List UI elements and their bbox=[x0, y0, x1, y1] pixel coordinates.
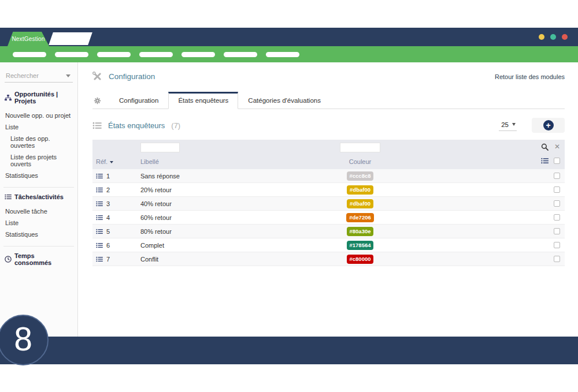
row-label: Sans réponse bbox=[140, 169, 180, 182]
row-checkbox[interactable] bbox=[554, 214, 560, 221]
row-ref: 7 bbox=[106, 256, 110, 263]
back-to-modules-link[interactable]: Retour liste des modules bbox=[495, 73, 565, 80]
row-label: 60% retour bbox=[140, 211, 172, 224]
yellow-traffic-dot[interactable] bbox=[539, 34, 544, 40]
sidebar-item-liste-taches[interactable]: Liste bbox=[5, 217, 73, 229]
row-ref: 1 bbox=[106, 173, 110, 180]
main-nav-bar bbox=[0, 46, 578, 62]
table-body: 1 Sans réponse #ccc8c8 2 20% retour #dba… bbox=[92, 169, 565, 266]
table-row[interactable]: 3 40% retour #dbaf00 bbox=[92, 197, 565, 211]
sidebar-item-statistiques-taches[interactable]: Statistiques bbox=[5, 229, 73, 240]
row-label: 20% retour bbox=[140, 183, 172, 196]
filter-libelle-input[interactable] bbox=[140, 143, 180, 152]
table-row[interactable]: 7 Conflit #c80000 bbox=[92, 252, 565, 266]
column-header-couleur[interactable]: Couleur bbox=[340, 158, 380, 165]
row-list-icon bbox=[96, 242, 103, 248]
row-ref: 2 bbox=[106, 186, 110, 193]
sidebar-section-temps: Temps consommés bbox=[5, 252, 73, 266]
app-window: NextGestion Rechercher Oppor bbox=[0, 28, 578, 364]
sidebar-item-liste-opp-ouvertes[interactable]: Liste des opp. ouvertes bbox=[5, 133, 73, 151]
select-all-checkbox[interactable] bbox=[554, 158, 560, 164]
sitemap-icon bbox=[5, 95, 12, 101]
sidebar-divider bbox=[3, 246, 74, 247]
row-list-icon bbox=[96, 173, 103, 179]
color-badge: #178564 bbox=[347, 241, 374, 250]
nav-pill[interactable] bbox=[97, 52, 131, 57]
brand-label: NextGestion bbox=[12, 36, 45, 42]
column-header-libelle[interactable]: Libellé bbox=[140, 158, 159, 165]
brand-tab[interactable]: NextGestion bbox=[8, 32, 49, 46]
sidebar-item-liste-projets-ouverts[interactable]: Liste des projets ouverts bbox=[5, 151, 73, 170]
row-checkbox[interactable] bbox=[554, 173, 560, 179]
row-ref: 5 bbox=[106, 228, 110, 235]
column-header-ref[interactable]: Réf. bbox=[96, 158, 113, 165]
green-traffic-dot[interactable] bbox=[550, 34, 556, 40]
row-ref: 6 bbox=[106, 242, 110, 249]
list-icon bbox=[5, 194, 12, 200]
color-badge: #dbaf00 bbox=[347, 185, 373, 195]
row-checkbox[interactable] bbox=[554, 228, 560, 234]
sidebar-item-nouvelle-opp[interactable]: Nouvelle opp. ou projet bbox=[5, 110, 73, 121]
row-checkbox[interactable] bbox=[554, 186, 560, 193]
sidebar: Rechercher Opportunités | Projets Nouvel… bbox=[0, 62, 78, 337]
sidebar-header-opportunites[interactable]: Opportunités | Projets bbox=[5, 91, 73, 104]
nav-pill[interactable] bbox=[55, 52, 88, 57]
row-list-icon bbox=[96, 201, 103, 207]
nav-pill[interactable] bbox=[224, 52, 257, 57]
sidebar-item-statistiques-opp[interactable]: Statistiques bbox=[5, 170, 73, 181]
page-size-value: 25 bbox=[501, 121, 509, 128]
search-placeholder: Rechercher bbox=[6, 72, 39, 79]
add-button[interactable]: + bbox=[532, 118, 565, 133]
plus-icon: + bbox=[543, 120, 554, 130]
sidebar-divider bbox=[3, 187, 74, 188]
nav-pill[interactable] bbox=[266, 52, 299, 57]
main-content: Configuration Retour liste des modules C… bbox=[78, 62, 578, 337]
tab-etats-enqueteurs[interactable]: États enquêteurs bbox=[168, 92, 238, 109]
table-row[interactable]: 5 80% retour #80a30e bbox=[92, 225, 565, 238]
table-row[interactable]: 6 Complet #178564 bbox=[92, 238, 565, 252]
table-row[interactable]: 4 60% retour #de7206 bbox=[92, 211, 565, 225]
close-icon[interactable]: ✕ bbox=[554, 143, 560, 151]
chevron-down-icon bbox=[512, 123, 516, 126]
tab-categories-evaluations[interactable]: Catégories d'évaluations bbox=[238, 92, 331, 109]
red-traffic-dot[interactable] bbox=[562, 34, 568, 40]
row-list-icon bbox=[96, 215, 103, 221]
etats-table: ✕ Réf. Libellé Couleur bbox=[92, 140, 565, 266]
color-badge: #c80000 bbox=[347, 255, 374, 264]
sidebar-header-taches[interactable]: Tâches/activités bbox=[5, 193, 73, 200]
page-size-select[interactable]: 25 bbox=[499, 120, 517, 131]
sidebar-header-temps[interactable]: Temps consommés bbox=[5, 252, 73, 266]
row-label: 80% retour bbox=[140, 225, 172, 238]
row-checkbox[interactable] bbox=[554, 200, 560, 207]
row-ref: 3 bbox=[106, 200, 110, 207]
nav-pill[interactable] bbox=[181, 52, 215, 57]
chevron-down-icon bbox=[66, 74, 71, 77]
tab-configuration[interactable]: Configuration bbox=[109, 92, 168, 109]
row-label: Conflit bbox=[140, 252, 158, 266]
table-header: ✕ Réf. Libellé Couleur bbox=[92, 140, 565, 169]
page-number: 8 bbox=[14, 323, 32, 356]
row-list-icon bbox=[96, 256, 103, 262]
table-row[interactable]: 1 Sans réponse #ccc8c8 bbox=[92, 169, 565, 183]
page-title: Configuration bbox=[109, 72, 155, 81]
sidebar-header-label: Opportunités | Projets bbox=[14, 91, 73, 104]
row-checkbox[interactable] bbox=[554, 242, 560, 248]
row-label: Complet bbox=[140, 238, 164, 252]
filter-couleur-input[interactable] bbox=[340, 143, 380, 152]
tools-icon bbox=[92, 72, 102, 81]
nav-pill[interactable] bbox=[13, 52, 46, 57]
page-number-badge: 8 bbox=[0, 315, 49, 365]
row-list-icon bbox=[96, 187, 103, 193]
sidebar-item-liste-opp[interactable]: Liste bbox=[5, 121, 73, 133]
search-select[interactable]: Rechercher bbox=[5, 70, 73, 83]
search-icon[interactable] bbox=[541, 143, 549, 151]
table-row[interactable]: 2 20% retour #dbaf00 bbox=[92, 183, 565, 197]
sidebar-section-opportunites: Opportunités | Projets Nouvelle opp. ou … bbox=[5, 91, 73, 181]
traffic-lights bbox=[539, 34, 568, 40]
list-icon[interactable] bbox=[541, 158, 549, 164]
clock-icon bbox=[5, 256, 12, 263]
nav-pill[interactable] bbox=[139, 52, 173, 57]
sidebar-item-nouvelle-tache[interactable]: Nouvelle tâche bbox=[5, 206, 73, 217]
row-checkbox[interactable] bbox=[554, 256, 560, 262]
footer-bar bbox=[0, 337, 578, 364]
